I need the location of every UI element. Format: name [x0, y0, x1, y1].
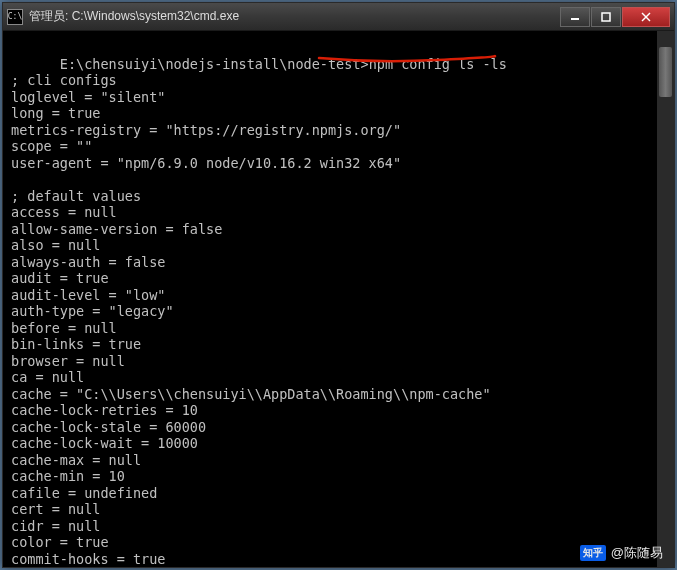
terminal-area[interactable]: E:\chensuiyi\nodejs-install\node-test>np…: [3, 31, 674, 567]
maximize-icon: [601, 12, 611, 22]
watermark: 知乎 @陈随易: [580, 544, 663, 562]
close-button[interactable]: [622, 7, 670, 27]
terminal-output: E:\chensuiyi\nodejs-install\node-test>np…: [11, 39, 668, 567]
output-lines: ; cli configs loglevel = "silent" long =…: [11, 72, 491, 567]
prompt: E:\chensuiyi\nodejs-install\node-test>: [60, 56, 369, 72]
command: npm config ls -ls: [369, 56, 507, 72]
window-controls: [560, 7, 670, 27]
watermark-author: @陈随易: [611, 544, 663, 562]
zhihu-logo-icon: 知乎: [580, 545, 606, 561]
close-icon: [641, 12, 651, 22]
cmd-icon: C:\: [7, 9, 23, 25]
scrollbar-thumb[interactable]: [659, 47, 672, 97]
titlebar[interactable]: C:\ 管理员: C:\Windows\system32\cmd.exe: [3, 3, 674, 31]
maximize-button[interactable]: [591, 7, 621, 27]
cmd-window: C:\ 管理员: C:\Windows\system32\cmd.exe E:\…: [2, 2, 675, 568]
window-title: 管理员: C:\Windows\system32\cmd.exe: [29, 8, 560, 25]
scrollbar[interactable]: [657, 31, 674, 567]
svg-rect-1: [602, 13, 610, 21]
minimize-button[interactable]: [560, 7, 590, 27]
minimize-icon: [570, 12, 580, 22]
